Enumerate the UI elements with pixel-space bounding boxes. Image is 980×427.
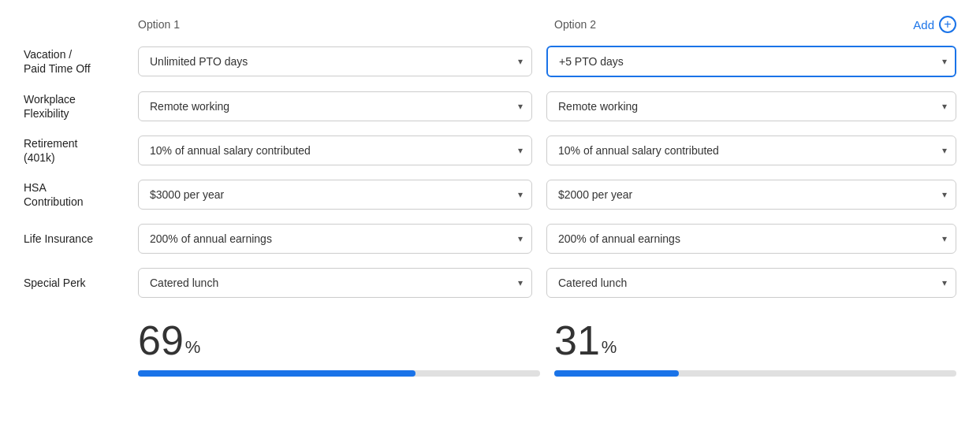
option2-header-label: Option 2: [554, 18, 596, 31]
option2-percent-sign: %: [602, 337, 617, 358]
benefit-row: Retirement (401k)10% of annual salary co…: [24, 136, 956, 165]
benefit-label-0: Vacation / Paid Time Off: [24, 47, 138, 76]
option1-select-5[interactable]: Catered lunchGym membershipTransportatio…: [138, 268, 532, 298]
option2-progress-fill: [554, 370, 679, 377]
option1-select-0[interactable]: Unlimited PTO days+5 PTO days+10 PTO day…: [138, 46, 532, 76]
add-circle-icon: +: [939, 16, 956, 33]
benefit-row: Vacation / Paid Time OffUnlimited PTO da…: [24, 46, 956, 77]
option1-header-label: Option 1: [138, 18, 180, 31]
option1-select-2[interactable]: 10% of annual salary contributed5% of an…: [138, 136, 532, 165]
option1-select-4[interactable]: 200% of annual earnings100% of annual ea…: [138, 224, 532, 254]
benefit-label-3: HSA Contribution: [24, 180, 138, 209]
option2-percent-value: 31: [554, 317, 600, 364]
option2-select-2[interactable]: 10% of annual salary contributed5% of an…: [546, 136, 956, 165]
option2-select-0[interactable]: Unlimited PTO days+5 PTO days+10 PTO day…: [546, 46, 956, 77]
add-button[interactable]: Add +: [913, 16, 956, 33]
benefit-row: Life Insurance200% of annual earnings100…: [24, 224, 956, 254]
option1-percent-sign: %: [185, 337, 201, 358]
benefit-label-4: Life Insurance: [24, 232, 138, 246]
benefit-label-5: Special Perk: [24, 276, 138, 290]
benefit-label-1: Workplace Flexibility: [24, 92, 138, 121]
option2-select-4[interactable]: 200% of annual earnings100% of annual ea…: [546, 224, 956, 254]
option2-select-5[interactable]: Catered lunchGym membershipTransportatio…: [546, 268, 956, 298]
option1-progress-fill: [138, 370, 415, 377]
add-button-label: Add: [913, 18, 934, 32]
option1-select-1[interactable]: Remote workingHybridOn-siteFlexible hour…: [138, 91, 532, 121]
benefit-label-2: Retirement (401k): [24, 136, 138, 165]
option1-percent-value: 69: [138, 317, 184, 364]
option2-progress-track: [554, 370, 956, 377]
option1-progress-track: [138, 370, 540, 377]
benefit-row: Special PerkCatered lunchGym membershipT…: [24, 268, 956, 298]
option2-select-1[interactable]: Remote workingHybridOn-siteFlexible hour…: [546, 91, 956, 121]
benefit-row: Workplace FlexibilityRemote workingHybri…: [24, 91, 956, 121]
benefit-row: HSA Contribution$3000 per year$2000 per …: [24, 180, 956, 210]
option1-select-3[interactable]: $3000 per year$2000 per year$1000 per ye…: [138, 180, 532, 210]
option2-select-3[interactable]: $3000 per year$2000 per year$1000 per ye…: [546, 180, 956, 210]
